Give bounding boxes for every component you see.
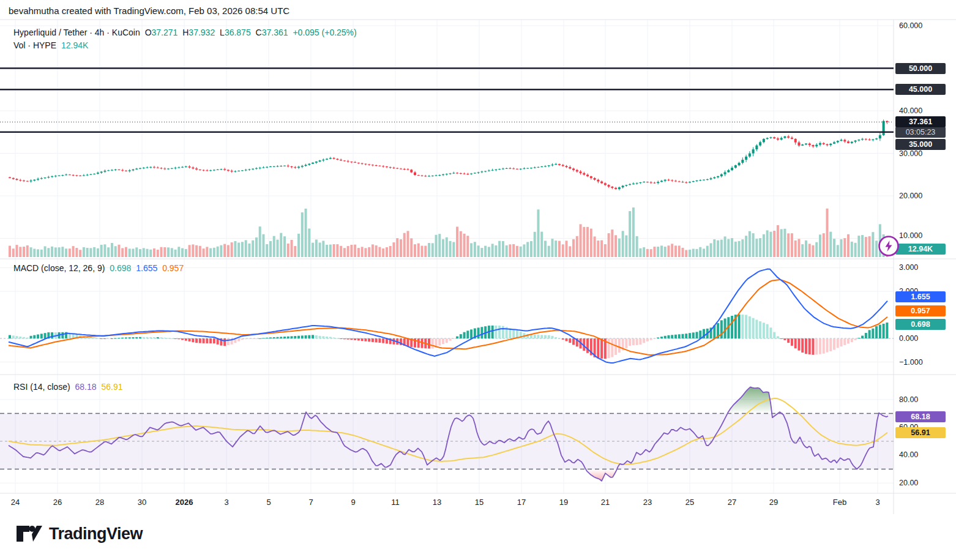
time-axis-label: Feb: [833, 498, 846, 507]
time-axis-label: 23: [643, 498, 652, 507]
macd-legend-label[interactable]: MACD (close, 12, 26, 9): [13, 263, 105, 273]
rsi-value-label: 68.18: [895, 411, 946, 422]
macd-value-label: 0.698: [895, 319, 946, 330]
volume-legend-label[interactable]: Vol · HYPE: [13, 40, 56, 50]
price-legend: Hyperliquid / Tether · 4h · KuCoin O37.2…: [13, 28, 359, 37]
time-axis-label: 26: [53, 498, 62, 507]
candles: [9, 119, 888, 190]
rsi-axis-label: 80.00: [899, 395, 918, 404]
time-axis-label: 29: [769, 498, 778, 507]
rsi-value-label: 56.91: [895, 427, 946, 438]
macd-value-label: 1.655: [895, 291, 946, 302]
time-axis-label: 3: [875, 498, 879, 507]
time-axis-label: 9: [351, 498, 355, 507]
symbol-title[interactable]: Hyperliquid / Tether · 4h · KuCoin: [13, 28, 140, 37]
macd-axis-label: 0.000: [899, 334, 918, 343]
change-value: +0.095 (+0.25%): [293, 28, 356, 37]
macd-hist-value: 0.698: [110, 263, 131, 273]
open-key: O: [145, 28, 152, 37]
time-axis-label: 28: [95, 498, 104, 507]
price-axis-label: 10.000: [899, 231, 922, 240]
boost-lightning-icon[interactable]: [876, 234, 901, 258]
rsi-ma-value: 56.91: [101, 382, 122, 392]
macd-line-value: 1.655: [136, 263, 157, 273]
volume-value-label: 12.94K: [895, 244, 946, 255]
time-axis-label: 24: [11, 498, 20, 507]
macd-signal-value: 0.957: [162, 263, 184, 273]
chart-page: bevahmutha created with TradingView.com,…: [0, 0, 956, 560]
rsi-legend-label[interactable]: RSI (14, close): [13, 382, 70, 392]
close-key: C: [256, 28, 262, 37]
macd-signal-line[interactable]: [9, 280, 887, 355]
rsi-axis-label: 40.00: [899, 450, 918, 459]
low-value: 36.875: [225, 28, 251, 37]
price-axis-label: 20.000: [899, 192, 922, 200]
time-axis-label: 15: [475, 498, 484, 507]
time-axis-label: 3: [224, 498, 228, 507]
time-axis-label: 17: [517, 498, 526, 507]
rsi-axis-label: 20.00: [899, 479, 918, 487]
tradingview-logo-icon: [16, 524, 43, 543]
rsi-overbought-fill: [9, 387, 889, 413]
current-price-label: 37.361: [895, 116, 946, 127]
rsi-legend: RSI (14, close) 68.18 56.91: [13, 382, 125, 392]
close-value: 37.361: [262, 28, 288, 37]
price-axis-label: 40.000: [899, 106, 922, 115]
time-axis-label: 27: [728, 498, 736, 507]
macd-axis-label: 3.000: [899, 263, 918, 272]
macd-legend: MACD (close, 12, 26, 9) 0.698 1.655 0.95…: [13, 263, 186, 273]
open-value: 37.271: [152, 28, 178, 37]
volume-legend: Vol · HYPE 12.94K: [13, 40, 91, 50]
low-key: L: [220, 28, 225, 37]
price-line-label: 35.000: [895, 139, 946, 150]
time-axis-label: 19: [559, 498, 568, 507]
macd-value-label: 0.957: [895, 305, 946, 316]
time-axis-label: 2026: [176, 498, 193, 507]
time-axis-label: 5: [266, 498, 271, 507]
rsi-value: 68.18: [75, 382, 96, 392]
time-axis-label: 11: [391, 498, 400, 507]
volume-legend-value: 12.94K: [61, 40, 88, 50]
price-axis-label: 60.000: [899, 21, 922, 30]
high-key: H: [182, 28, 189, 37]
time-axis-label: 25: [685, 498, 694, 507]
rsi-oversold-fill: [9, 469, 889, 481]
time-axis-label: 21: [601, 498, 610, 507]
price-line-label: 45.000: [895, 84, 946, 95]
volume-bars: [9, 207, 888, 257]
tradingview-logo[interactable]: TradingView: [16, 524, 143, 543]
bar-countdown-label: 03:05:23: [895, 127, 946, 138]
tradingview-logo-text: TradingView: [49, 525, 143, 543]
high-value: 37.932: [189, 28, 215, 37]
price-axis-label: 30.000: [899, 149, 922, 158]
macd-axis-label: −1.000: [899, 358, 923, 367]
chart-canvas[interactable]: [0, 0, 956, 560]
time-axis-label: 7: [308, 498, 313, 507]
price-line-label: 50.000: [895, 63, 946, 74]
time-axis-label: 30: [138, 498, 146, 507]
time-axis-label: 13: [433, 498, 441, 507]
